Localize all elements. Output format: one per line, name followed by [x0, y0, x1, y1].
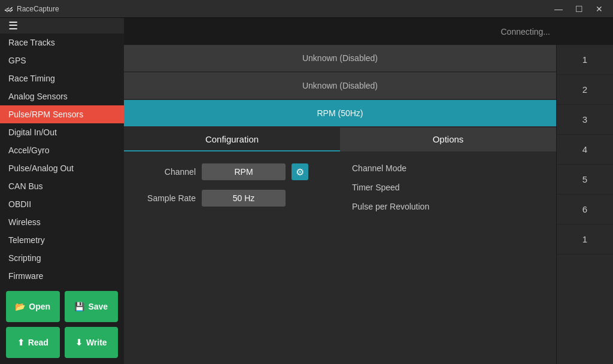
- sidebar-nav: Race Tracks GPS Race Timing Analog Senso…: [0, 34, 124, 285]
- content-header: Connecting...: [124, 18, 556, 45]
- tab-options[interactable]: Options: [340, 128, 556, 151]
- sidebar-item-label: Race Tracks: [8, 38, 55, 47]
- numbered-item-6[interactable]: 6: [557, 195, 613, 225]
- footer-row-2: ⬆ Read ⬇ Write: [6, 327, 118, 358]
- sidebar-item-race-tracks[interactable]: Race Tracks: [0, 34, 124, 51]
- maximize-button[interactable]: ☐: [570, 3, 588, 15]
- sample-rate-field-label: Sample Rate: [136, 193, 196, 203]
- footer-row-1: 📂 Open 💾 Save: [6, 291, 118, 322]
- channel-row-2[interactable]: Unknown (Disabled): [124, 72, 556, 99]
- config-left: Channel ⚙ Sample Rate: [136, 163, 328, 221]
- sample-rate-field-row: Sample Rate: [136, 190, 328, 207]
- gear-icon: ⚙: [296, 166, 304, 178]
- channel-mode-label: Channel Mode: [352, 163, 412, 173]
- sidebar-item-label: Firmware: [8, 271, 43, 281]
- sidebar-item-can-bus[interactable]: CAN Bus: [0, 177, 124, 195]
- minimize-button[interactable]: —: [550, 3, 568, 15]
- sample-rate-input[interactable]: [202, 190, 286, 207]
- read-button[interactable]: ⬆ Read: [6, 327, 60, 358]
- save-button[interactable]: 💾 Save: [65, 291, 119, 322]
- right-header: [557, 18, 613, 45]
- write-button[interactable]: ⬇ Write: [65, 327, 119, 358]
- sidebar-item-obdii[interactable]: OBDII: [0, 195, 124, 213]
- numbered-item-5[interactable]: 5: [557, 165, 613, 195]
- sidebar-item-label: Pulse/RPM Sensors: [8, 110, 83, 119]
- sidebar-footer: 📂 Open 💾 Save ⬆ Read ⬇ Write: [0, 285, 124, 364]
- config-right: Channel Mode Timer Speed Pulse per Revol…: [352, 163, 544, 221]
- sidebar-item-firmware[interactable]: Firmware: [0, 267, 124, 285]
- channel-row-1[interactable]: Unknown (Disabled): [124, 45, 556, 71]
- sidebar-item-label: Pulse/Analog Out: [8, 163, 74, 173]
- connecting-label: Connecting...: [501, 27, 551, 37]
- sidebar-item-pulse-analog-out[interactable]: Pulse/Analog Out: [0, 159, 124, 177]
- numbered-item-1[interactable]: 1: [557, 45, 613, 75]
- pulse-per-rev-field-row: Pulse per Revolution: [352, 202, 544, 211]
- read-label: Read: [28, 338, 48, 347]
- content: Connecting... Unknown (Disabled) Unknown…: [124, 18, 556, 364]
- sidebar-item-label: Wireless: [8, 217, 41, 227]
- write-label: Write: [86, 338, 107, 347]
- channel-field-row: Channel ⚙: [136, 163, 328, 180]
- save-icon: 💾: [74, 302, 84, 311]
- sidebar-item-label: Race Timing: [8, 74, 55, 83]
- app-icon: 🏎: [5, 4, 13, 14]
- numbered-item-4[interactable]: 4: [557, 135, 613, 165]
- titlebar: 🏎 RaceCapture — ☐ ✕: [0, 0, 613, 18]
- sidebar-item-pulse-rpm-sensors[interactable]: Pulse/RPM Sensors: [0, 105, 124, 123]
- sidebar-item-wireless[interactable]: Wireless: [0, 213, 124, 231]
- config-body: Channel ⚙ Sample Rate Channel Mode: [124, 151, 556, 233]
- sidebar: ☰ Race Tracks GPS Race Timing Analog Sen…: [0, 18, 124, 364]
- sidebar-item-gps[interactable]: GPS: [0, 51, 124, 69]
- sidebar-item-label: CAN Bus: [8, 181, 43, 191]
- close-button[interactable]: ✕: [590, 3, 608, 15]
- titlebar-controls: — ☐ ✕: [550, 3, 608, 15]
- hamburger-icon[interactable]: ☰: [8, 19, 18, 32]
- channel-row-3[interactable]: RPM (50Hz): [124, 100, 556, 126]
- sidebar-item-label: Scripting: [8, 253, 41, 263]
- sidebar-header[interactable]: ☰: [0, 18, 124, 34]
- numbered-item-3[interactable]: 3: [557, 105, 613, 135]
- config-tabs: Configuration Options: [124, 128, 556, 151]
- main-layout: ☰ Race Tracks GPS Race Timing Analog Sen…: [0, 18, 613, 364]
- sidebar-item-label: OBDII: [8, 199, 31, 209]
- sidebar-item-scripting[interactable]: Scripting: [0, 249, 124, 267]
- numbered-item-2[interactable]: 2: [557, 75, 613, 105]
- timer-speed-field-row: Timer Speed: [352, 183, 544, 192]
- tab-label: Options: [433, 134, 464, 144]
- config-panel: Configuration Options Channel ⚙: [124, 128, 556, 364]
- open-label: Open: [29, 302, 50, 311]
- channel-field-label: Channel: [136, 167, 196, 177]
- sidebar-item-label: Accel/Gyro: [8, 145, 49, 155]
- titlebar-title: RaceCapture: [17, 5, 59, 13]
- save-label: Save: [88, 302, 108, 311]
- sidebar-item-label: Analog Sensors: [8, 92, 68, 101]
- tab-configuration[interactable]: Configuration: [124, 128, 340, 151]
- channel-list: Unknown (Disabled) Unknown (Disabled) RP…: [124, 45, 556, 128]
- numbered-item-7[interactable]: 1: [557, 225, 613, 254]
- open-button[interactable]: 📂 Open: [6, 291, 60, 322]
- right-panel: 1 2 3 4 5 6 1: [556, 18, 613, 364]
- timer-speed-label: Timer Speed: [352, 183, 406, 192]
- pulse-per-rev-label: Pulse per Revolution: [352, 202, 435, 211]
- sidebar-item-telemetry[interactable]: Telemetry: [0, 231, 124, 249]
- write-icon: ⬇: [75, 338, 83, 347]
- channel-label: Unknown (Disabled): [302, 53, 378, 63]
- channel-mode-field-row: Channel Mode: [352, 163, 544, 173]
- read-icon: ⬆: [17, 338, 25, 347]
- sidebar-item-race-timing[interactable]: Race Timing: [0, 69, 124, 87]
- tab-label: Configuration: [205, 134, 259, 144]
- sidebar-item-label: GPS: [8, 56, 26, 65]
- channel-label: Unknown (Disabled): [302, 81, 378, 90]
- sidebar-item-digital-in-out[interactable]: Digital In/Out: [0, 123, 124, 141]
- gear-button[interactable]: ⚙: [292, 163, 308, 180]
- sidebar-item-accel-gyro[interactable]: Accel/Gyro: [0, 141, 124, 159]
- sidebar-item-analog-sensors[interactable]: Analog Sensors: [0, 87, 124, 105]
- sidebar-item-label: Telemetry: [8, 235, 45, 245]
- open-icon: 📂: [15, 302, 25, 311]
- channel-input[interactable]: [202, 163, 286, 180]
- sidebar-item-label: Digital In/Out: [8, 128, 57, 137]
- channel-label: RPM (50Hz): [317, 108, 363, 118]
- titlebar-left: 🏎 RaceCapture: [5, 4, 59, 14]
